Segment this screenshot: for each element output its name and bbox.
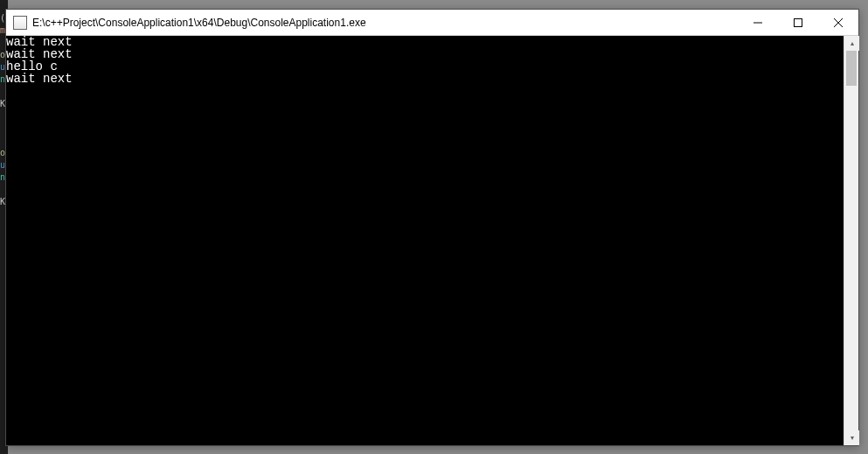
window-title: E:\c++Project\ConsoleApplication1\x64\De… [32,17,738,29]
console-output-line: wait next [6,48,844,60]
console-body: wait nextwait nexthello cwait next ▴ ▾ [6,36,858,445]
svg-rect-1 [795,18,802,26]
minimize-button[interactable] [738,10,778,36]
vertical-scrollbar[interactable]: ▴ ▾ [844,36,858,445]
app-icon [13,16,27,30]
scroll-up-arrow-icon[interactable]: ▴ [844,36,859,51]
console-output-line: wait next [6,73,844,85]
console-output-line: hello c [6,60,844,73]
console-output[interactable]: wait nextwait nexthello cwait next [6,36,844,445]
titlebar[interactable]: E:\c++Project\ConsoleApplication1\x64\De… [6,10,858,36]
maximize-button[interactable] [778,10,818,36]
close-button[interactable] [818,10,858,36]
console-output-line: wait next [6,36,844,48]
scrollbar-thumb[interactable] [846,51,857,86]
console-window: E:\c++Project\ConsoleApplication1\x64\De… [5,9,859,446]
scroll-down-arrow-icon[interactable]: ▾ [844,430,859,445]
